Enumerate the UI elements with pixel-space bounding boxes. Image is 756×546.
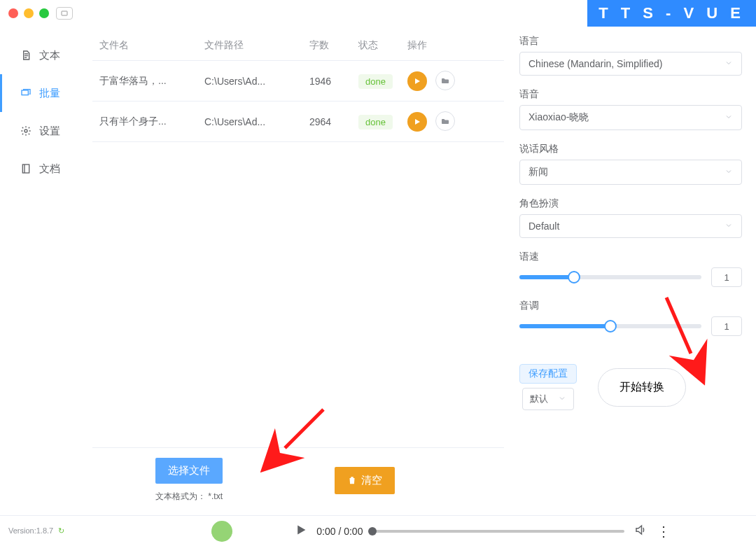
col-name: 文件名 [92,31,197,61]
svg-point-2 [24,130,27,132]
voice-label: 语音 [519,88,742,101]
sidebar-label: 文档 [39,162,60,176]
cell-name: 只有半个身子... [92,102,197,142]
status-tag: done [358,115,393,130]
table-row: 于富华落马，... C:\Users\Ad... 1946 done [92,61,504,102]
document-icon [20,49,32,62]
open-folder-button[interactable] [435,71,455,90]
cell-status: done [351,102,400,142]
cell-path: C:\Users\Ad... [197,102,302,142]
col-words: 字数 [302,31,351,61]
app-brand: T T S - V U E [587,0,756,27]
col-path: 文件路径 [197,31,302,61]
save-config-button[interactable]: 保存配置 [519,364,577,384]
bottom-toolbar: 选择文件 文本格式为： *.txt 清空 [92,447,504,515]
sidebar-item-text[interactable]: 文本 [0,36,90,74]
start-convert-button[interactable]: 开始转换 [598,368,686,407]
pitch-slider-thumb[interactable] [604,320,617,332]
minimize-window[interactable] [24,8,34,18]
clear-button[interactable]: 清空 [335,467,395,494]
sidebar-label: 批量 [39,87,60,100]
speed-label: 语速 [519,251,742,263]
chevron-down-icon [724,112,733,123]
titlebar: T T S - V U E [0,0,756,27]
table-row: 只有半个身子... C:\Users\Ad... 2964 done [92,102,504,142]
refresh-icon[interactable]: ↻ [58,526,64,535]
open-folder-button[interactable] [435,111,455,131]
cell-status: done [351,61,400,102]
language-select[interactable]: Chinese (Mandarin, Simplified) [519,52,742,76]
layers-icon [20,87,32,99]
style-value: 新闻 [528,166,548,178]
pitch-value: 1 [711,316,742,336]
svg-rect-1 [22,90,28,95]
preset-select[interactable]: 默认 [522,388,574,410]
role-select[interactable]: Default [519,214,742,238]
gear-icon [20,125,32,137]
chevron-down-icon [724,167,733,178]
cell-name: 于富华落马，... [92,61,197,102]
version-label: Version:1.8.7 ↻ [8,526,64,536]
footer: Version:1.8.7 ↻ 0:00 / 0:00 ⋮ [0,515,756,546]
chevron-down-icon [724,220,733,232]
audio-seek-bar[interactable] [372,530,624,533]
speed-slider-thumb[interactable] [568,271,580,284]
language-label: 语言 [519,35,742,48]
audio-time: 0:00 / 0:00 [316,526,363,537]
audio-play-button[interactable] [295,524,307,538]
voice-select[interactable]: Xiaoxiao-晓晓 [519,105,742,130]
cell-words: 2964 [302,102,351,142]
col-ops: 操作 [400,31,504,61]
cell-ops [400,61,504,102]
sidebar-label: 文本 [39,49,60,62]
sidebar-item-settings[interactable]: 设置 [0,112,90,150]
preset-value: 默认 [530,393,548,405]
cell-path: C:\Users\Ad... [197,61,302,102]
sidebar: 文本 批量 设置 文档 [0,27,90,515]
table-header-row: 文件名 文件路径 字数 状态 操作 [92,31,504,61]
book-icon [20,162,32,175]
svg-rect-0 [62,11,67,15]
language-value: Chinese (Mandarin, Simplified) [528,58,662,69]
play-button[interactable] [407,71,427,91]
volume-icon[interactable] [634,524,647,539]
speed-slider[interactable] [519,275,701,279]
chevron-down-icon [724,58,733,69]
main-panel: 文件名 文件路径 字数 状态 操作 于富华落马，... C:\Users\Ad.… [90,27,510,515]
select-file-button[interactable]: 选择文件 [155,458,223,484]
trash-icon [347,475,357,485]
svg-rect-3 [22,164,29,173]
style-label: 说话风格 [519,143,742,155]
speed-value: 1 [711,267,742,287]
role-label: 角色扮演 [519,197,742,210]
download-button[interactable] [211,521,232,542]
close-window[interactable] [8,8,18,18]
play-button[interactable] [407,112,427,132]
role-value: Default [528,220,559,232]
audio-player: 0:00 / 0:00 ⋮ [295,524,671,539]
pitch-label: 音调 [519,300,742,312]
col-status: 状态 [351,31,400,61]
window-controls [8,8,49,18]
sidebar-item-batch[interactable]: 批量 [0,74,90,112]
format-hint: 文本格式为： *.txt [155,491,223,503]
file-table: 文件名 文件路径 字数 状态 操作 于富华落马，... C:\Users\Ad.… [92,31,504,447]
settings-panel: 语言 Chinese (Mandarin, Simplified) 语音 Xia… [510,27,756,515]
audio-more-button[interactable]: ⋮ [657,524,671,538]
cell-words: 1946 [302,61,351,102]
style-select[interactable]: 新闻 [519,160,742,185]
status-tag: done [358,74,393,89]
sidebar-label: 设置 [39,125,60,138]
chevron-down-icon [558,394,566,405]
clear-label: 清空 [361,474,382,487]
voice-value: Xiaoxiao-晓晓 [528,111,589,124]
sidebar-item-docs[interactable]: 文档 [0,150,90,188]
pitch-slider[interactable] [519,324,701,328]
cell-ops [400,102,504,142]
pin-window-button[interactable] [56,7,73,20]
maximize-window[interactable] [39,8,49,18]
